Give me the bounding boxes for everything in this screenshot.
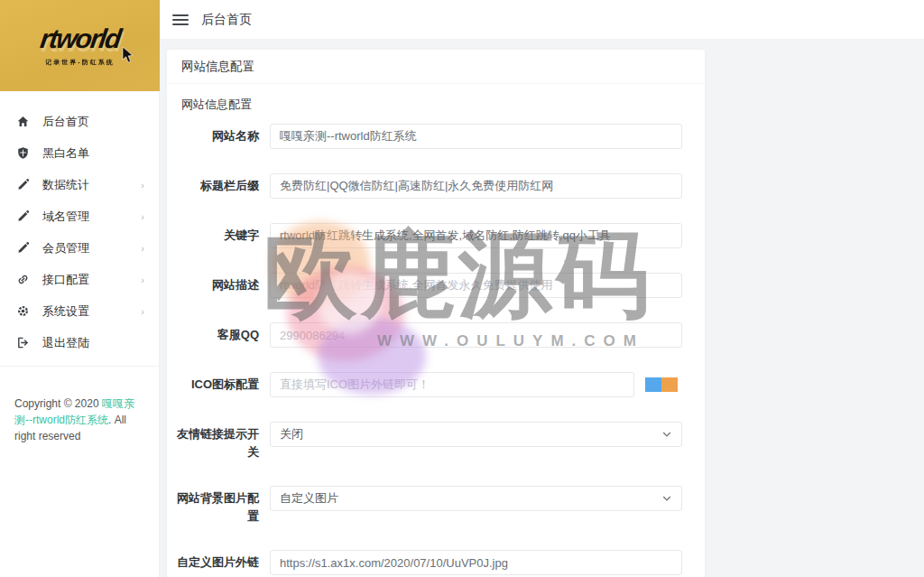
sidebar-item-3[interactable]: 数据统计› [0, 169, 159, 200]
logo: rtworld 记录世界-防红系统 [0, 0, 160, 91]
field-label-bg-image-config: 网站背景图片配置 [172, 486, 259, 526]
custom-image-url-input[interactable]: https://s1.ax1x.com/2020/07/10/UuVP0J.jp… [270, 550, 682, 575]
admin-page: rtworld 记录世界-防红系统 后台首页黑白名单数据统计›域名管理›会员管理… [0, 0, 924, 577]
sidebar-item-label: 域名管理 [42, 209, 141, 225]
field-control-site-desc: rtworld防红跳转生成系统,全网首发永久免费提供使用 [270, 273, 686, 298]
field-label-custom-image-url: 自定义图片外链 [172, 550, 259, 572]
sidebar: rtworld 记录世界-防红系统 后台首页黑白名单数据统计›域名管理›会员管理… [0, 0, 160, 577]
bg-image-config-selected-value: 自定义图片 [280, 490, 661, 507]
config-form: 网站名称嘎嘎亲测--rtworld防红系统标题栏后缀免费防红|QQ微信防红|高速… [172, 124, 690, 577]
link-icon [16, 273, 30, 286]
sidebar-item-6[interactable]: 接口配置› [0, 264, 159, 295]
logo-subtitle: 记录世界-防红系统 [45, 58, 114, 67]
gear-icon [16, 304, 30, 318]
edit-icon [16, 241, 30, 255]
sidebar-item-5[interactable]: 会员管理› [0, 232, 159, 264]
keywords-value: rtworld防红跳转生成系统,全网首发,域名防红,防红跳转,qq小工具 [280, 228, 611, 244]
sidebar-item-label: 黑白名单 [42, 145, 144, 162]
card-header: 网站信息配置 [167, 50, 705, 84]
field-control-keywords: rtworld防红跳转生成系统,全网首发,域名防红,防红跳转,qq小工具 [270, 223, 686, 248]
header-title: 后台首页 [201, 12, 252, 28]
site-name-input[interactable]: 嘎嘎亲测--rtworld防红系统 [270, 124, 682, 149]
site-name-value: 嘎嘎亲测--rtworld防红系统 [280, 128, 417, 144]
site-desc-placeholder: rtworld防红跳转生成系统,全网首发永久免费提供使用 [280, 277, 553, 293]
field-control-ico-config: 直接填写ICO图片外链即可！ [270, 372, 686, 397]
sidebar-item-label: 后台首页 [42, 114, 144, 130]
sidebar-item-label: 接口配置 [42, 272, 141, 288]
sidebar-menu: 后台首页黑白名单数据统计›域名管理›会员管理›接口配置›系统设置›退出登陆 [0, 91, 159, 358]
sidebar-item-label: 系统设置 [42, 303, 141, 320]
sidebar-item-7[interactable]: 系统设置› [0, 295, 159, 327]
chevron-right-icon: › [141, 306, 144, 317]
shield-icon [16, 146, 30, 160]
logout-icon [16, 336, 30, 349]
logo-title: rtworld [39, 25, 122, 52]
ico-orange-button[interactable] [661, 377, 678, 392]
chevron-right-icon: › [141, 180, 144, 191]
section-title: 网站信息配置 [181, 97, 690, 113]
ico-color-buttons [645, 377, 678, 392]
field-control-bg-image-config: 自定义图片 [270, 486, 686, 511]
chevron-down-icon [661, 429, 672, 440]
ico-blue-button[interactable] [645, 377, 661, 392]
field-label-ico-config: ICO图标配置 [172, 372, 259, 394]
home-icon [16, 115, 30, 128]
form-row-site-name: 网站名称嘎嘎亲测--rtworld防红系统 [172, 124, 690, 149]
hamburger-menu-icon[interactable] [172, 12, 189, 28]
title-suffix-input[interactable]: 免费防红|QQ微信防红|高速防红|永久免费使用防红网 [270, 173, 682, 199]
field-label-keywords: 关键字 [172, 223, 259, 245]
site-desc-input[interactable]: rtworld防红跳转生成系统,全网首发永久免费提供使用 [270, 273, 682, 298]
copyright: Copyright © 2020 嘎嘎亲测--rtworld防红系统. All … [0, 367, 159, 444]
form-row-keywords: 关键字rtworld防红跳转生成系统,全网首发,域名防红,防红跳转,qq小工具 [172, 223, 690, 248]
service-qq-placeholder: 2990086294 [280, 329, 345, 342]
edit-icon [16, 209, 30, 223]
chevron-right-icon: › [141, 243, 144, 254]
form-row-ico-config: ICO图标配置直接填写ICO图片外链即可！ [172, 372, 690, 397]
sidebar-item-label: 数据统计 [42, 177, 141, 193]
field-label-site-desc: 网站描述 [172, 273, 259, 294]
card-body: 网站信息配置 网站名称嘎嘎亲测--rtworld防红系统标题栏后缀免费防红|QQ… [167, 84, 705, 577]
form-row-title-suffix: 标题栏后缀免费防红|QQ微信防红|高速防红|永久免费使用防红网 [172, 173, 690, 199]
sidebar-item-8[interactable]: 退出登陆 [0, 327, 159, 358]
chevron-right-icon: › [141, 275, 144, 285]
sidebar-item-2[interactable]: 黑白名单 [0, 137, 159, 169]
top-header: 后台首页 [160, 0, 924, 40]
ico-config-placeholder: 直接填写ICO图片外链即可！ [280, 377, 430, 393]
chevron-down-icon [661, 493, 672, 504]
edit-icon [16, 178, 30, 191]
config-card: 网站信息配置 网站信息配置 网站名称嘎嘎亲测--rtworld防红系统标题栏后缀… [167, 50, 705, 577]
title-suffix-value: 免费防红|QQ微信防红|高速防红|永久免费使用防红网 [280, 178, 553, 194]
sidebar-item-4[interactable]: 域名管理› [0, 200, 159, 232]
form-row-bg-image-config: 网站背景图片配置自定义图片 [172, 486, 690, 526]
card-header-title: 网站信息配置 [181, 59, 254, 75]
field-label-friend-link-switch: 友情链接提示开关 [172, 422, 259, 461]
form-row-custom-image-url: 自定义图片外链https://s1.ax1x.com/2020/07/10/Uu… [172, 550, 690, 577]
form-row-site-desc: 网站描述rtworld防红跳转生成系统,全网首发永久免费提供使用 [172, 273, 690, 298]
sidebar-item-label: 会员管理 [42, 240, 141, 256]
keywords-input[interactable]: rtworld防红跳转生成系统,全网首发,域名防红,防红跳转,qq小工具 [270, 223, 682, 248]
chevron-right-icon: › [141, 211, 144, 222]
field-label-title-suffix: 标题栏后缀 [172, 173, 259, 195]
mouse-cursor-icon [122, 47, 134, 63]
friend-link-switch-select[interactable]: 关闭 [270, 422, 682, 447]
field-control-service-qq: 2990086294 [270, 322, 686, 348]
service-qq-input[interactable]: 2990086294 [270, 322, 682, 348]
field-control-site-name: 嘎嘎亲测--rtworld防红系统 [270, 124, 686, 149]
form-row-friend-link-switch: 友情链接提示开关关闭 [172, 422, 690, 461]
field-control-friend-link-switch: 关闭 [270, 422, 686, 447]
bg-image-config-select[interactable]: 自定义图片 [270, 486, 682, 511]
copyright-prefix: Copyright © 2020 [14, 397, 102, 410]
field-control-custom-image-url: https://s1.ax1x.com/2020/07/10/UuVP0J.jp… [270, 550, 686, 577]
custom-image-url-value: https://s1.ax1x.com/2020/07/10/UuVP0J.jp… [280, 556, 508, 570]
field-label-service-qq: 客服QQ [172, 322, 259, 344]
form-row-service-qq: 客服QQ2990086294 [172, 322, 690, 348]
sidebar-item-label: 退出登陆 [42, 335, 144, 351]
friend-link-switch-selected-value: 关闭 [280, 426, 661, 442]
ico-config-input[interactable]: 直接填写ICO图片外链即可！ [270, 372, 634, 397]
field-control-title-suffix: 免费防红|QQ微信防红|高速防红|永久免费使用防红网 [270, 173, 686, 199]
field-label-site-name: 网站名称 [172, 124, 259, 145]
sidebar-item-1[interactable]: 后台首页 [0, 106, 159, 137]
